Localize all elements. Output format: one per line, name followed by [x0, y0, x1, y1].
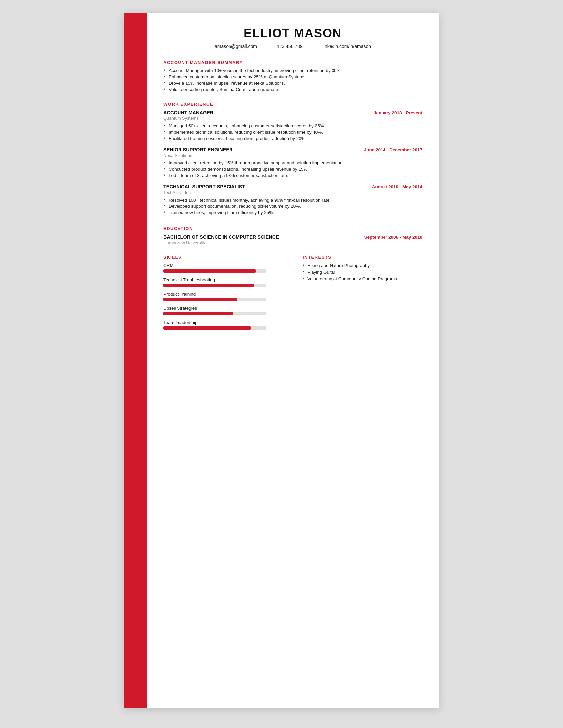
skill-bar-bg-tech: [163, 284, 266, 287]
skill-item-tech: Technical Troubleshooting: [163, 277, 283, 287]
skills-interests-row: SKILLS CRM Technical Troubleshooting Pro…: [163, 255, 422, 334]
skill-bar-fill-crm: [163, 269, 256, 273]
job1-bullet-2: Implemented technical solutions, reducin…: [163, 130, 422, 135]
job3-bullet-3: Trained new hires, improving team effici…: [163, 210, 422, 215]
job-company-1: Quantum Systems: [163, 116, 422, 121]
contact-row: amason@gmail.com 123.456.789 linkedin.co…: [163, 44, 422, 49]
education-title: EDUCATION: [163, 226, 422, 231]
job-company-2: Nexa Solutions: [163, 153, 422, 158]
skills-section: SKILLS CRM Technical Troubleshooting Pro…: [163, 255, 283, 334]
job-header-3: TECHNICAL SUPPORT SPECIALIST August 2010…: [163, 184, 422, 189]
phone: 123.456.789: [277, 44, 303, 49]
edu-date: September 2006 - May 2010: [364, 235, 422, 240]
job1-bullet-1: Managed 50+ client accounts, enhancing c…: [163, 123, 422, 128]
summary-item-3: Drove a 15% increase in upsell revenue a…: [163, 81, 422, 86]
job2-bullet-2: Conducted product demonstrations, increa…: [163, 167, 422, 172]
header-section: ELLIOT MASON amason@gmail.com 123.456.78…: [163, 26, 422, 49]
job2-bullet-1: Improved client retention by 15% through…: [163, 160, 422, 165]
education-section: EDUCATION BACHELOR OF SCIENCE IN COMPUTE…: [163, 226, 422, 245]
skill-name-upsell: Upsell Strategies: [163, 306, 283, 311]
job2-bullet-3: Led a team of 8, achieving a 98% custome…: [163, 173, 422, 178]
divider-1: [163, 55, 422, 55]
skill-name-product: Product Training: [163, 292, 283, 296]
job3-bullet-1: Resolved 100+ technical issues monthly, …: [163, 198, 422, 203]
skills-title: SKILLS: [163, 255, 283, 260]
skill-bar-bg-crm: [163, 269, 266, 273]
work-experience-title: WORK EXPERIENCE: [163, 102, 422, 107]
job-header-1: ACCOUNT MANAGER January 2018 - Present: [163, 110, 422, 115]
candidate-name: ELLIOT MASON: [163, 26, 422, 40]
summary-title: ACCOUNT MANAGER SUMMARY: [163, 60, 422, 65]
edu-header: BACHELOR OF SCIENCE IN COMPUTER SCIENCE …: [163, 234, 422, 240]
summary-section: ACCOUNT MANAGER SUMMARY Account Manager …: [163, 60, 422, 92]
job1-bullet-3: Facilitated training sessions, boosting …: [163, 136, 422, 141]
interests-title: INTERESTS: [303, 255, 422, 260]
interests-section: INTERESTS Hiking and Nature Photography …: [303, 255, 422, 334]
interest-item-3: Volunteering at Community Coding Program…: [303, 276, 422, 281]
resume-page: ELLIOT MASON amason@gmail.com 123.456.78…: [124, 13, 439, 708]
divider-2: [163, 97, 422, 97]
job-date-1: January 2018 - Present: [374, 110, 422, 115]
skill-name-tech: Technical Troubleshooting: [163, 277, 283, 282]
resume-content: ELLIOT MASON amason@gmail.com 123.456.78…: [147, 13, 439, 354]
skill-item-upsell: Upsell Strategies: [163, 306, 283, 315]
job3-bullet-2: Developed support documentation, reducin…: [163, 204, 422, 209]
job-title-1: ACCOUNT MANAGER: [163, 110, 213, 115]
skill-bar-bg-leadership: [163, 326, 266, 330]
interests-list: Hiking and Nature Photography Playing Gu…: [303, 263, 422, 281]
email: amason@gmail.com: [214, 44, 257, 49]
job-title-2: SENIOR SUPPORT ENGINEER: [163, 147, 232, 152]
summary-item-2: Enhanced customer satisfaction scores by…: [163, 74, 422, 79]
skill-bar-bg-upsell: [163, 312, 266, 315]
job-header-2: SENIOR SUPPORT ENGINEER June 2014 - Dece…: [163, 147, 422, 152]
job-bullets-2: Improved client retention by 15% through…: [163, 160, 422, 178]
skill-item-product: Product Training: [163, 292, 283, 301]
skill-bar-fill-leadership: [163, 326, 251, 330]
job-bullets-3: Resolved 100+ technical issues monthly, …: [163, 198, 422, 215]
job-title-3: TECHNICAL SUPPORT SPECIALIST: [163, 184, 245, 189]
divider-4: [163, 250, 422, 250]
job-date-2: June 2014 - December 2017: [364, 147, 422, 152]
summary-item-1: Account Manager with 10+ years in the te…: [163, 68, 422, 73]
edu-school: Harborview University: [163, 240, 422, 245]
linkedin: linkedin.com/in/amason: [323, 44, 371, 49]
skill-bar-fill-upsell: [163, 312, 233, 315]
skill-bar-fill-product: [163, 298, 237, 301]
summary-item-4: Volunteer coding mentor, Summa Cum Laude…: [163, 87, 422, 92]
red-sidebar: [124, 13, 147, 708]
divider-3: [163, 221, 422, 221]
skill-name-crm: CRM: [163, 263, 283, 268]
skill-item-leadership: Team Leadership: [163, 320, 283, 330]
skill-bar-bg-product: [163, 298, 266, 301]
summary-list: Account Manager with 10+ years in the te…: [163, 68, 422, 92]
interest-item-2: Playing Guitar: [303, 270, 422, 275]
skill-name-leadership: Team Leadership: [163, 320, 283, 325]
job-date-3: August 2010 - May 2014: [372, 184, 422, 189]
skill-bar-fill-tech: [163, 284, 254, 287]
skill-item-crm: CRM: [163, 263, 283, 273]
interest-item-1: Hiking and Nature Photography: [303, 263, 422, 268]
work-experience-section: WORK EXPERIENCE ACCOUNT MANAGER January …: [163, 102, 422, 215]
edu-degree: BACHELOR OF SCIENCE IN COMPUTER SCIENCE: [163, 234, 279, 240]
job-company-3: TechAssist Inc.: [163, 190, 422, 195]
job-bullets-1: Managed 50+ client accounts, enhancing c…: [163, 123, 422, 141]
